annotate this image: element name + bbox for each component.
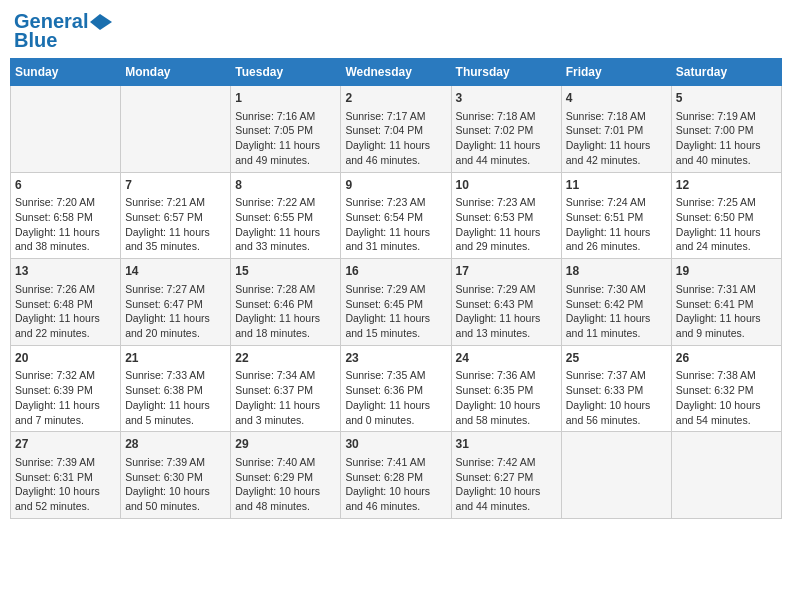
day-cell: 24Sunrise: 7:36 AM Sunset: 6:35 PM Dayli… bbox=[451, 345, 561, 432]
day-cell bbox=[11, 86, 121, 173]
day-info: Sunrise: 7:33 AM Sunset: 6:38 PM Dayligh… bbox=[125, 368, 226, 427]
day-number: 18 bbox=[566, 263, 667, 280]
day-info: Sunrise: 7:42 AM Sunset: 6:27 PM Dayligh… bbox=[456, 455, 557, 514]
day-cell: 13Sunrise: 7:26 AM Sunset: 6:48 PM Dayli… bbox=[11, 259, 121, 346]
day-number: 20 bbox=[15, 350, 116, 367]
day-info: Sunrise: 7:36 AM Sunset: 6:35 PM Dayligh… bbox=[456, 368, 557, 427]
day-info: Sunrise: 7:16 AM Sunset: 7:05 PM Dayligh… bbox=[235, 109, 336, 168]
day-info: Sunrise: 7:24 AM Sunset: 6:51 PM Dayligh… bbox=[566, 195, 667, 254]
day-info: Sunrise: 7:25 AM Sunset: 6:50 PM Dayligh… bbox=[676, 195, 777, 254]
day-cell: 27Sunrise: 7:39 AM Sunset: 6:31 PM Dayli… bbox=[11, 432, 121, 519]
day-number: 29 bbox=[235, 436, 336, 453]
day-cell: 21Sunrise: 7:33 AM Sunset: 6:38 PM Dayli… bbox=[121, 345, 231, 432]
day-cell: 31Sunrise: 7:42 AM Sunset: 6:27 PM Dayli… bbox=[451, 432, 561, 519]
day-info: Sunrise: 7:32 AM Sunset: 6:39 PM Dayligh… bbox=[15, 368, 116, 427]
day-number: 16 bbox=[345, 263, 446, 280]
day-number: 19 bbox=[676, 263, 777, 280]
day-number: 27 bbox=[15, 436, 116, 453]
week-row-4: 20Sunrise: 7:32 AM Sunset: 6:39 PM Dayli… bbox=[11, 345, 782, 432]
day-cell: 1Sunrise: 7:16 AM Sunset: 7:05 PM Daylig… bbox=[231, 86, 341, 173]
day-info: Sunrise: 7:28 AM Sunset: 6:46 PM Dayligh… bbox=[235, 282, 336, 341]
page-header: General Blue bbox=[10, 10, 782, 52]
day-cell: 29Sunrise: 7:40 AM Sunset: 6:29 PM Dayli… bbox=[231, 432, 341, 519]
header-cell-thursday: Thursday bbox=[451, 59, 561, 86]
day-cell: 22Sunrise: 7:34 AM Sunset: 6:37 PM Dayli… bbox=[231, 345, 341, 432]
day-cell: 20Sunrise: 7:32 AM Sunset: 6:39 PM Dayli… bbox=[11, 345, 121, 432]
day-cell: 6Sunrise: 7:20 AM Sunset: 6:58 PM Daylig… bbox=[11, 172, 121, 259]
logo-blue: Blue bbox=[14, 29, 57, 52]
day-cell: 2Sunrise: 7:17 AM Sunset: 7:04 PM Daylig… bbox=[341, 86, 451, 173]
day-number: 10 bbox=[456, 177, 557, 194]
day-cell: 5Sunrise: 7:19 AM Sunset: 7:00 PM Daylig… bbox=[671, 86, 781, 173]
week-row-2: 6Sunrise: 7:20 AM Sunset: 6:58 PM Daylig… bbox=[11, 172, 782, 259]
day-cell: 8Sunrise: 7:22 AM Sunset: 6:55 PM Daylig… bbox=[231, 172, 341, 259]
day-cell: 12Sunrise: 7:25 AM Sunset: 6:50 PM Dayli… bbox=[671, 172, 781, 259]
day-info: Sunrise: 7:17 AM Sunset: 7:04 PM Dayligh… bbox=[345, 109, 446, 168]
day-cell: 16Sunrise: 7:29 AM Sunset: 6:45 PM Dayli… bbox=[341, 259, 451, 346]
week-row-1: 1Sunrise: 7:16 AM Sunset: 7:05 PM Daylig… bbox=[11, 86, 782, 173]
day-info: Sunrise: 7:20 AM Sunset: 6:58 PM Dayligh… bbox=[15, 195, 116, 254]
day-cell: 17Sunrise: 7:29 AM Sunset: 6:43 PM Dayli… bbox=[451, 259, 561, 346]
day-cell: 14Sunrise: 7:27 AM Sunset: 6:47 PM Dayli… bbox=[121, 259, 231, 346]
day-info: Sunrise: 7:29 AM Sunset: 6:45 PM Dayligh… bbox=[345, 282, 446, 341]
day-cell: 11Sunrise: 7:24 AM Sunset: 6:51 PM Dayli… bbox=[561, 172, 671, 259]
day-number: 23 bbox=[345, 350, 446, 367]
header-cell-monday: Monday bbox=[121, 59, 231, 86]
day-number: 11 bbox=[566, 177, 667, 194]
day-cell: 9Sunrise: 7:23 AM Sunset: 6:54 PM Daylig… bbox=[341, 172, 451, 259]
day-number: 15 bbox=[235, 263, 336, 280]
day-info: Sunrise: 7:27 AM Sunset: 6:47 PM Dayligh… bbox=[125, 282, 226, 341]
day-info: Sunrise: 7:31 AM Sunset: 6:41 PM Dayligh… bbox=[676, 282, 777, 341]
day-info: Sunrise: 7:22 AM Sunset: 6:55 PM Dayligh… bbox=[235, 195, 336, 254]
calendar-body: 1Sunrise: 7:16 AM Sunset: 7:05 PM Daylig… bbox=[11, 86, 782, 519]
day-cell: 19Sunrise: 7:31 AM Sunset: 6:41 PM Dayli… bbox=[671, 259, 781, 346]
day-number: 12 bbox=[676, 177, 777, 194]
day-cell: 4Sunrise: 7:18 AM Sunset: 7:01 PM Daylig… bbox=[561, 86, 671, 173]
day-number: 28 bbox=[125, 436, 226, 453]
day-cell: 10Sunrise: 7:23 AM Sunset: 6:53 PM Dayli… bbox=[451, 172, 561, 259]
day-number: 3 bbox=[456, 90, 557, 107]
day-cell: 3Sunrise: 7:18 AM Sunset: 7:02 PM Daylig… bbox=[451, 86, 561, 173]
day-number: 8 bbox=[235, 177, 336, 194]
day-cell: 25Sunrise: 7:37 AM Sunset: 6:33 PM Dayli… bbox=[561, 345, 671, 432]
header-cell-wednesday: Wednesday bbox=[341, 59, 451, 86]
day-info: Sunrise: 7:21 AM Sunset: 6:57 PM Dayligh… bbox=[125, 195, 226, 254]
day-info: Sunrise: 7:37 AM Sunset: 6:33 PM Dayligh… bbox=[566, 368, 667, 427]
week-row-5: 27Sunrise: 7:39 AM Sunset: 6:31 PM Dayli… bbox=[11, 432, 782, 519]
day-info: Sunrise: 7:38 AM Sunset: 6:32 PM Dayligh… bbox=[676, 368, 777, 427]
day-info: Sunrise: 7:26 AM Sunset: 6:48 PM Dayligh… bbox=[15, 282, 116, 341]
day-number: 2 bbox=[345, 90, 446, 107]
day-info: Sunrise: 7:18 AM Sunset: 7:01 PM Dayligh… bbox=[566, 109, 667, 168]
day-number: 26 bbox=[676, 350, 777, 367]
day-info: Sunrise: 7:39 AM Sunset: 6:30 PM Dayligh… bbox=[125, 455, 226, 514]
day-cell: 7Sunrise: 7:21 AM Sunset: 6:57 PM Daylig… bbox=[121, 172, 231, 259]
header-cell-sunday: Sunday bbox=[11, 59, 121, 86]
day-info: Sunrise: 7:18 AM Sunset: 7:02 PM Dayligh… bbox=[456, 109, 557, 168]
day-number: 1 bbox=[235, 90, 336, 107]
header-cell-friday: Friday bbox=[561, 59, 671, 86]
day-cell: 26Sunrise: 7:38 AM Sunset: 6:32 PM Dayli… bbox=[671, 345, 781, 432]
day-info: Sunrise: 7:29 AM Sunset: 6:43 PM Dayligh… bbox=[456, 282, 557, 341]
day-cell: 30Sunrise: 7:41 AM Sunset: 6:28 PM Dayli… bbox=[341, 432, 451, 519]
day-info: Sunrise: 7:19 AM Sunset: 7:00 PM Dayligh… bbox=[676, 109, 777, 168]
day-cell bbox=[561, 432, 671, 519]
header-row: SundayMondayTuesdayWednesdayThursdayFrid… bbox=[11, 59, 782, 86]
day-number: 24 bbox=[456, 350, 557, 367]
day-cell bbox=[121, 86, 231, 173]
svg-marker-0 bbox=[90, 14, 112, 30]
day-cell: 23Sunrise: 7:35 AM Sunset: 6:36 PM Dayli… bbox=[341, 345, 451, 432]
day-info: Sunrise: 7:23 AM Sunset: 6:54 PM Dayligh… bbox=[345, 195, 446, 254]
day-cell: 15Sunrise: 7:28 AM Sunset: 6:46 PM Dayli… bbox=[231, 259, 341, 346]
day-info: Sunrise: 7:34 AM Sunset: 6:37 PM Dayligh… bbox=[235, 368, 336, 427]
day-number: 21 bbox=[125, 350, 226, 367]
day-number: 31 bbox=[456, 436, 557, 453]
day-info: Sunrise: 7:41 AM Sunset: 6:28 PM Dayligh… bbox=[345, 455, 446, 514]
day-info: Sunrise: 7:39 AM Sunset: 6:31 PM Dayligh… bbox=[15, 455, 116, 514]
day-number: 14 bbox=[125, 263, 226, 280]
day-info: Sunrise: 7:30 AM Sunset: 6:42 PM Dayligh… bbox=[566, 282, 667, 341]
day-cell bbox=[671, 432, 781, 519]
day-number: 6 bbox=[15, 177, 116, 194]
header-cell-saturday: Saturday bbox=[671, 59, 781, 86]
day-number: 22 bbox=[235, 350, 336, 367]
day-number: 30 bbox=[345, 436, 446, 453]
